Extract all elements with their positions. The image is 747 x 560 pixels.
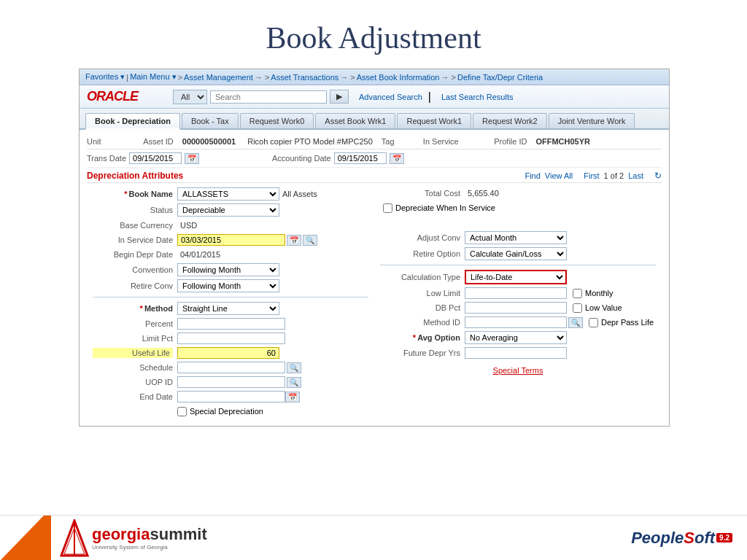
method-id-lookup-button[interactable]: 🔍 xyxy=(568,317,583,328)
find-link[interactable]: Find xyxy=(525,171,540,180)
view-all-link[interactable]: View All xyxy=(545,171,573,180)
depr-pass-life-checkbox[interactable] xyxy=(589,318,598,327)
retire-option-row: Retire Option Calculate Gain/Loss xyxy=(380,246,656,262)
tab-asset-book-wrk1[interactable]: Asset Book Wrk1 xyxy=(315,113,395,128)
tab-request-work2[interactable]: Request Work2 xyxy=(473,113,547,128)
low-limit-input[interactable] xyxy=(465,287,567,299)
content-area: Unit Asset ID 000000500001 Ricoh copier … xyxy=(80,130,669,426)
refresh-icon[interactable]: ↻ xyxy=(654,171,662,181)
logo-text-row: georgia summit xyxy=(92,525,207,544)
low-value-checkbox[interactable] xyxy=(573,303,582,313)
useful-life-input[interactable] xyxy=(177,347,279,359)
georgia-text: georgia xyxy=(92,525,150,544)
retire-option-select[interactable]: Calculate Gain/Loss xyxy=(465,247,567,260)
convention-select[interactable]: Following Month xyxy=(177,263,279,276)
breadcrumb-asset-mgmt[interactable]: Asset Management xyxy=(184,73,253,82)
end-date-label: End Date xyxy=(93,392,173,401)
percent-label: Percent xyxy=(93,319,173,328)
book-name-select[interactable]: ALLASSETS xyxy=(177,187,279,201)
status-row: Status Depreciable xyxy=(93,202,368,218)
orange-shape-icon xyxy=(0,516,44,561)
adjust-conv-select[interactable]: Actual Month xyxy=(465,231,567,244)
useful-life-label: Useful Life xyxy=(93,348,173,358)
trans-date-row: Trans Date 📅 Accounting Date 📅 xyxy=(87,149,662,168)
asset-id-value: 000000500001 xyxy=(182,137,236,146)
depr-pass-life-checkbox-row: Depr Pass Life xyxy=(589,318,654,327)
breadcrumb-asset-transactions[interactable]: Asset Transactions xyxy=(271,73,338,82)
calc-type-select[interactable]: Life-to-Date xyxy=(465,270,567,284)
schedule-input[interactable] xyxy=(177,362,285,373)
logo-subtitle: University System of Georgia xyxy=(92,544,207,551)
schedule-lookup-button[interactable]: 🔍 xyxy=(287,362,301,373)
georgia-summit-text: georgia summit University System of Geor… xyxy=(92,525,207,551)
retire-conv-select[interactable]: Following Month xyxy=(177,279,279,292)
orange-bar xyxy=(44,516,51,561)
db-pct-label: DB Pct xyxy=(380,303,460,312)
uop-id-row: UOP ID 🔍 xyxy=(93,375,368,389)
method-select[interactable]: Straight Line xyxy=(177,302,279,315)
low-value-checkbox-row: Low Value xyxy=(573,303,622,313)
percent-row: Percent xyxy=(93,316,368,331)
percent-input[interactable] xyxy=(177,318,285,330)
breadcrumb-favorites[interactable]: Favorites ▾ xyxy=(85,72,125,82)
special-depr-checkbox[interactable] xyxy=(177,407,187,416)
soft-text: S xyxy=(684,529,694,547)
end-date-input[interactable] xyxy=(177,391,285,402)
monthly-checkbox[interactable] xyxy=(573,289,582,298)
avg-option-select[interactable]: No Averaging xyxy=(465,331,567,344)
calc-type-label: Calculation Type xyxy=(380,273,460,281)
uop-id-input[interactable] xyxy=(177,376,285,388)
svg-marker-0 xyxy=(0,516,44,561)
advanced-search-link[interactable]: Advanced Search xyxy=(359,93,422,101)
accounting-date-calendar-button[interactable]: 📅 xyxy=(390,153,404,164)
base-currency-label: Base Currency xyxy=(93,221,173,230)
breadcrumb-main-menu[interactable]: Main Menu ▾ xyxy=(130,72,176,82)
tab-book-tax[interactable]: Book - Tax xyxy=(182,113,239,128)
search-input[interactable] xyxy=(210,90,327,104)
search-button[interactable]: ▶ xyxy=(330,90,349,104)
uop-id-lookup-button[interactable]: 🔍 xyxy=(287,377,301,388)
special-terms-link[interactable]: Special Terms xyxy=(493,366,543,375)
breadcrumb-define-tax[interactable]: Define Tax/Depr Criteria xyxy=(457,73,543,82)
base-currency-value: USD xyxy=(180,221,197,230)
db-pct-input[interactable] xyxy=(465,302,567,314)
page-info: 1 of 2 xyxy=(604,171,624,180)
search-divider-icon: | xyxy=(428,90,431,104)
begin-depr-value: 04/01/2015 xyxy=(180,250,220,259)
limit-pct-input[interactable] xyxy=(177,332,285,344)
form-right-column: Total Cost 5,655.40 Depreciate When In S… xyxy=(374,186,662,419)
status-select[interactable]: Depreciable xyxy=(177,203,279,217)
depreciation-attributes-title: Depreciation Attributes xyxy=(87,171,183,181)
footer-right: PeopleSoft 9.2 xyxy=(631,529,732,548)
trans-date-input[interactable] xyxy=(129,152,182,164)
in-service-date-calendar-btn[interactable]: 📅 xyxy=(287,235,301,246)
tab-request-work1[interactable]: Request Work1 xyxy=(397,113,471,128)
future-depr-input[interactable] xyxy=(465,347,567,359)
tab-joint-venture[interactable]: Joint Venture Work xyxy=(549,113,635,128)
accounting-date-input[interactable] xyxy=(334,152,387,164)
oft-text: oft xyxy=(694,529,715,547)
trans-date-label: Trans Date xyxy=(87,154,126,163)
tab-book-depreciation[interactable]: Book - Depreciation xyxy=(85,113,180,130)
in-service-label: In Service xyxy=(423,137,459,146)
schedule-row: Schedule 🔍 xyxy=(93,360,368,375)
trans-date-calendar-button[interactable]: 📅 xyxy=(185,153,199,164)
breadcrumb-asset-book-info[interactable]: Asset Book Information xyxy=(357,73,440,82)
in-service-date-lookup-btn[interactable]: 🔍 xyxy=(303,235,317,246)
method-id-input[interactable] xyxy=(465,316,567,328)
last-search-results-link[interactable]: Last Search Results xyxy=(441,93,513,101)
in-service-date-input[interactable] xyxy=(177,234,285,246)
book-name-desc: All Assets xyxy=(282,190,317,198)
app-window: Favorites ▾ | Main Menu ▾ > Asset Manage… xyxy=(79,69,670,427)
adjust-conv-label: Adjust Conv xyxy=(380,233,460,242)
tab-request-work0[interactable]: Request Work0 xyxy=(240,113,314,128)
form-grid: Book Name ALLASSETS All Assets Status De… xyxy=(87,183,662,421)
end-date-calendar-btn[interactable]: 📅 xyxy=(285,392,300,402)
tabs-row: Book - Depreciation Book - Tax Request W… xyxy=(80,109,669,130)
last-link[interactable]: Last xyxy=(628,171,643,180)
first-link[interactable]: First xyxy=(584,171,599,180)
asset-info-row: Unit Asset ID 000000500001 Ricoh copier … xyxy=(87,134,662,149)
depreciate-when-checkbox[interactable] xyxy=(383,203,392,213)
search-scope-dropdown[interactable]: All xyxy=(173,90,207,104)
uop-id-label: UOP ID xyxy=(93,378,173,386)
